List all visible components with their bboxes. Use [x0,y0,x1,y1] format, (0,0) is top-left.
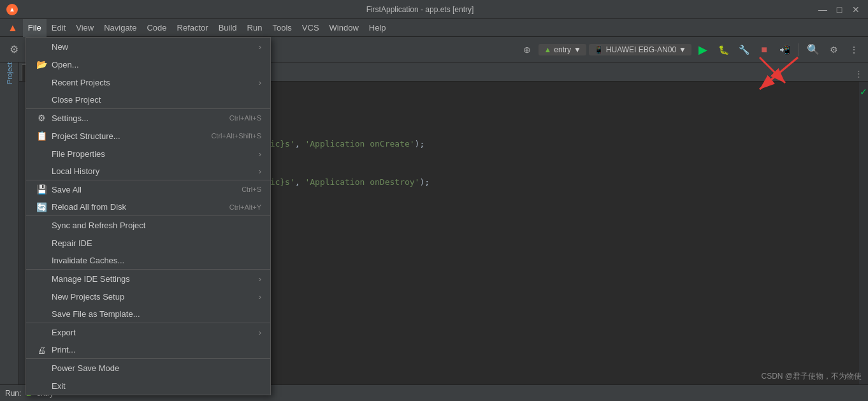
menu-item-close-project[interactable]: Close Project [26,91,270,109]
menu-help[interactable]: Help [364,19,391,37]
menu-logo[interactable]: ▲ [3,19,23,37]
menu-item-repair-label: Repair IDE [52,238,92,248]
menu-code[interactable]: Code [141,19,171,37]
run-config-label: entry [554,45,571,54]
menu-window[interactable]: Window [324,19,364,37]
menu-item-local-history[interactable]: Local History › [26,163,270,180]
menu-run[interactable]: Run [242,19,268,37]
menu-item-manage-ide[interactable]: Manage IDE Settings › [26,270,270,288]
menu-vcs[interactable]: VCS [297,19,324,37]
settings-button[interactable]: ⚙ [825,41,843,59]
menu-item-exit-label: Exit [52,381,66,391]
manage-ide-arrow-icon: › [259,274,261,284]
project-structure-shortcut: Ctrl+Alt+Shift+S [211,132,261,140]
toolbar-sep-2 [799,43,799,56]
menu-item-recent-projects[interactable]: Recent Projects › [26,73,270,91]
menu-item-manage-ide-label: Manage IDE Settings [52,274,130,284]
menu-item-invalidate[interactable]: Invalidate Caches... [26,252,270,270]
menu-item-file-properties[interactable]: File Properties › [26,145,270,163]
menu-item-save-all-label: Save All [52,185,82,194]
menu-bar: ▲ File Edit View Navigate Code Refactor … [0,19,868,37]
menu-item-save-template[interactable]: Save File as Template... [26,305,270,323]
minimize-button[interactable]: — [817,4,828,15]
device-mgr-button[interactable]: 📲 [776,41,793,59]
menu-item-open[interactable]: 📂 Open... [26,55,270,73]
reload-shortcut: Ctrl+Alt+Y [229,203,261,211]
open-icon: 📂 [35,59,48,69]
menu-item-repair[interactable]: Repair IDE [26,234,270,252]
menu-file[interactable]: File [23,19,47,37]
menu-tools[interactable]: Tools [267,19,296,37]
menu-item-invalidate-label: Invalidate Caches... [52,256,124,265]
search-button[interactable]: 🔍 [804,41,822,59]
reload-icon: 🔄 [35,202,48,212]
right-gutter: ✓ [859,82,868,384]
target-icon[interactable]: ⊕ [518,41,536,59]
menu-item-print[interactable]: 🖨 Print... [26,341,270,359]
menu-view[interactable]: View [71,19,99,37]
device-label: HUAWEI EBG-AN00 [606,45,676,54]
menu-item-export-label: Export [52,328,76,337]
menu-edit[interactable]: Edit [47,19,71,37]
new-projects-arrow-icon: › [259,292,261,302]
menu-item-new[interactable]: New › [26,38,270,55]
profile-button[interactable]: 🔧 [735,41,753,59]
menu-refactor[interactable]: Refactor [172,19,213,37]
close-button[interactable]: ✕ [850,4,862,15]
device-icon: 📱 [594,45,604,54]
settings-shortcut: Ctrl+Alt+S [229,114,261,122]
more-button[interactable]: ⋮ [845,41,863,59]
title-bar: ▲ FirstApplication - app.ets [entry] — □… [0,0,868,19]
menu-item-project-structure[interactable]: 📋 Project Structure... Ctrl+Alt+Shift+S [26,127,270,145]
menu-item-export[interactable]: Export › [26,323,270,341]
menu-navigate[interactable]: Navigate [99,19,141,37]
toolbar-right: ⊕ ▲ entry ▼ 📱 HUAWEI EBG-AN00 ▼ ▶ 🐛 🔧 ■ … [518,41,863,59]
debug-button[interactable]: 🐛 [714,41,732,59]
menu-item-new-projects-setup[interactable]: New Projects Setup › [26,288,270,305]
maximize-button[interactable]: □ [834,4,845,15]
export-arrow-icon: › [259,328,261,337]
menu-item-reload[interactable]: 🔄 Reload All from Disk Ctrl+Alt+Y [26,198,270,216]
tab-more-button[interactable]: ⋮ [852,66,865,81]
sidebar-project-icon[interactable]: Project [1,65,18,82]
menu-item-file-properties-label: File Properties [52,149,105,159]
menu-item-settings[interactable]: ⚙ Settings... Ctrl+Alt+S [26,109,270,127]
menu-item-new-label: New [52,42,68,52]
print-icon: 🖨 [35,345,48,355]
menu-item-recent-label: Recent Projects [52,78,110,87]
menu-build[interactable]: Build [213,19,242,37]
menu-item-sync[interactable]: Sync and Refresh Project [26,216,270,234]
menu-item-close-label: Close Project [52,95,101,105]
menu-item-reload-label: Reload All from Disk [52,202,126,212]
menu-item-project-structure-label: Project Structure... [52,131,120,141]
menu-item-save-all[interactable]: 💾 Save All Ctrl+S [26,180,270,198]
save-all-shortcut: Ctrl+S [242,186,261,193]
run-config-dropdown[interactable]: ▲ entry ▼ [539,44,586,55]
window-controls: — □ ✕ [817,4,862,15]
device-arrow: ▼ [679,45,686,54]
sidebar: Project [0,62,19,384]
stop-button[interactable]: ■ [755,41,773,59]
menu-item-save-template-label: Save File as Template... [52,309,140,319]
save-all-icon: 💾 [35,184,48,194]
menu-item-exit[interactable]: Exit [26,377,270,395]
menu-item-settings-label: Settings... [52,113,89,123]
menu-item-new-projects-label: New Projects Setup [52,292,124,302]
window-title: FirstApplication - app.ets [entry] [23,5,817,14]
toolbar-nav: ⚙ [5,41,23,59]
device-config-dropdown[interactable]: 📱 HUAWEI EBG-AN00 ▼ [589,44,691,55]
bottom-run-label: Run: [5,389,21,398]
menu-item-open-label: Open... [52,60,79,69]
validation-check-icon: ✓ [860,87,867,97]
menu-item-print-label: Print... [52,345,76,354]
run-config-arrow: ▼ [574,45,581,54]
menu-item-power-save[interactable]: Power Save Mode [26,359,270,377]
menu-item-sync-label: Sync and Refresh Project [52,221,145,230]
watermark: CSDN @君子使物，不为物使 [761,371,862,382]
run-button[interactable]: ▶ [694,41,712,59]
toolbar-icon-1[interactable]: ⚙ [5,41,23,59]
new-arrow-icon: › [259,42,261,52]
settings-gear-icon: ⚙ [35,113,48,123]
menu-item-power-save-label: Power Save Mode [52,363,119,373]
file-menu-dropdown: New › 📂 Open... Recent Projects › Close … [25,37,271,395]
